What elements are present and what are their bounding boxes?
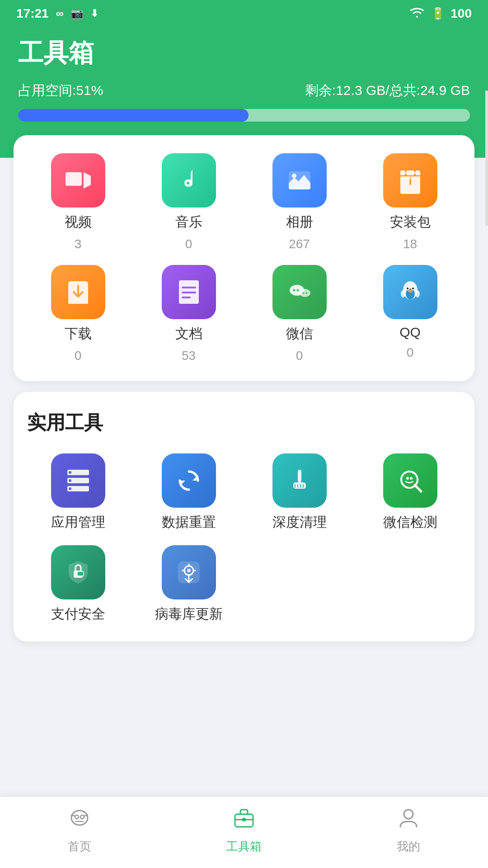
svg-point-65 <box>404 810 413 819</box>
data-reset-label: 数据重置 <box>162 513 216 532</box>
tool-deep-clean[interactable]: 深度清理 <box>249 453 350 532</box>
storage-info: 占用空间:51% 剩余:12.3 GB/总共:24.9 GB <box>18 81 470 100</box>
tool-app-mgr[interactable]: 应用管理 <box>27 453 129 532</box>
nav-toolbox[interactable]: 工具箱 <box>226 806 262 854</box>
svg-point-24 <box>412 288 414 289</box>
svg-point-23 <box>407 288 408 289</box>
package-label: 安装包 <box>390 213 431 231</box>
tool-wechat-detect[interactable]: 微信检测 <box>359 453 461 532</box>
svg-point-33 <box>69 487 71 490</box>
deep-clean-icon <box>272 453 327 508</box>
video-icon <box>51 153 105 208</box>
svg-rect-0 <box>66 172 82 186</box>
svg-point-3 <box>187 182 189 184</box>
album-icon <box>272 153 327 208</box>
category-doc[interactable]: 文档 53 <box>138 265 239 363</box>
empty-slot-1 <box>249 545 350 623</box>
app-mgr-label: 应用管理 <box>51 513 105 532</box>
file-categories-grid: 视频 3 音乐 0 <box>27 153 461 251</box>
bottom-nav: 首页 工具箱 我的 <box>0 797 488 868</box>
svg-point-31 <box>69 471 71 474</box>
app-mgr-icon <box>51 453 105 508</box>
svg-point-26 <box>401 290 405 297</box>
svg-point-44 <box>406 477 409 480</box>
package-count: 18 <box>403 237 417 251</box>
main-content: 视频 3 音乐 0 <box>0 135 488 642</box>
category-download[interactable]: 下载 0 <box>27 265 129 363</box>
category-wechat[interactable]: 微信 0 <box>249 265 350 363</box>
doc-label: 文档 <box>175 325 202 343</box>
svg-point-32 <box>69 479 71 482</box>
svg-point-56 <box>71 811 88 825</box>
storage-progress-bar <box>18 109 470 122</box>
page-title: 工具箱 <box>18 36 470 71</box>
svg-line-43 <box>415 485 421 491</box>
svg-marker-35 <box>180 481 185 486</box>
wifi-icon <box>409 6 425 22</box>
svg-point-5 <box>292 174 296 178</box>
wechat-label: 微信 <box>286 325 313 343</box>
wechat-detect-icon <box>383 453 437 508</box>
svg-rect-36 <box>298 470 301 482</box>
status-extra-icon: 📷 <box>71 8 83 19</box>
doc-count: 53 <box>182 349 196 363</box>
storage-used-text: 占用空间:51% <box>18 81 103 100</box>
doc-icon <box>162 265 216 319</box>
nav-home[interactable]: 首页 <box>68 806 91 854</box>
svg-text:i: i <box>408 176 411 187</box>
tool-pay-safe[interactable]: 支付安全 <box>27 545 129 623</box>
category-package[interactable]: i 安装包 18 <box>359 153 461 251</box>
pay-safe-label: 支付安全 <box>51 605 105 623</box>
svg-point-25 <box>408 290 413 292</box>
tool-data-reset[interactable]: 数据重置 <box>138 453 239 532</box>
svg-point-17 <box>302 292 304 294</box>
tools-grid-row1: 应用管理 数据重置 <box>27 453 461 532</box>
download-count: 0 <box>75 349 82 363</box>
category-music[interactable]: 音乐 0 <box>138 153 239 251</box>
category-qq[interactable]: QQ 0 <box>359 265 461 363</box>
nav-mine-label: 我的 <box>397 839 420 854</box>
status-bar: 17:21 ∞ 📷 ⬇ 🔋 100 <box>0 0 488 27</box>
nav-home-label: 首页 <box>68 839 91 854</box>
svg-point-45 <box>410 477 413 480</box>
pay-safe-icon <box>51 545 105 599</box>
download-label: 下载 <box>65 325 92 343</box>
status-time: 17:21 <box>16 6 49 21</box>
virus-update-label: 病毒库更新 <box>155 605 223 623</box>
toolbox-nav-icon <box>232 806 256 835</box>
battery-icon: 🔋 <box>431 7 445 21</box>
svg-point-16 <box>296 289 299 292</box>
category-album[interactable]: 相册 267 <box>249 153 350 251</box>
album-count: 267 <box>289 237 310 251</box>
deep-clean-label: 深度清理 <box>272 513 327 532</box>
wechat-icon <box>272 265 327 319</box>
wechat-count: 0 <box>296 349 303 363</box>
data-reset-icon <box>162 453 216 508</box>
mine-nav-icon <box>397 806 420 835</box>
package-icon: i <box>383 153 437 208</box>
nav-mine[interactable]: 我的 <box>397 806 420 854</box>
status-download-icon: ⬇ <box>90 8 99 19</box>
tools-section-title: 实用工具 <box>27 410 461 435</box>
music-count: 0 <box>185 237 192 251</box>
scroll-indicator <box>485 90 488 226</box>
battery-level: 100 <box>450 6 472 21</box>
storage-progress-fill <box>18 109 249 122</box>
svg-point-50 <box>187 569 191 572</box>
video-label: 视频 <box>65 213 92 231</box>
tools-card: 实用工具 应用管理 <box>14 392 474 642</box>
album-label: 相册 <box>286 213 313 231</box>
music-icon <box>162 153 216 208</box>
svg-point-15 <box>293 289 295 292</box>
status-notification-icon: ∞ <box>56 7 64 20</box>
storage-remain-text: 剩余:12.3 GB/总共:24.9 GB <box>305 81 470 100</box>
tool-virus-update[interactable]: 病毒库更新 <box>138 545 239 623</box>
virus-update-icon <box>162 545 216 599</box>
svg-marker-1 <box>84 172 91 189</box>
file-categories-row2: 下载 0 文档 53 <box>27 265 461 363</box>
download-icon <box>51 265 105 319</box>
home-icon <box>68 806 91 835</box>
qq-count: 0 <box>407 345 414 360</box>
svg-rect-64 <box>242 818 246 821</box>
category-video[interactable]: 视频 3 <box>27 153 129 251</box>
